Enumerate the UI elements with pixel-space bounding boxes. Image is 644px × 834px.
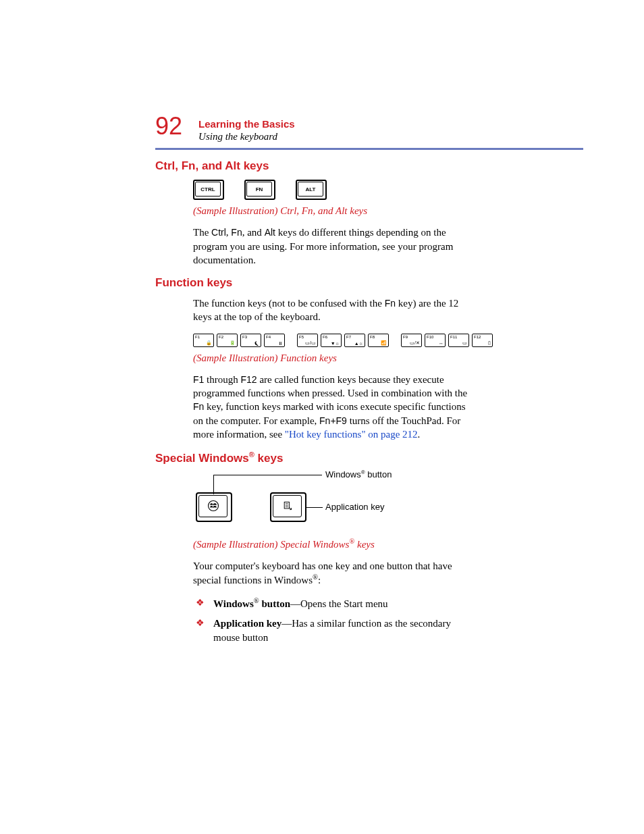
link-hot-key-functions[interactable]: "Hot key functions" on page 212 bbox=[285, 429, 418, 440]
keycap-windows bbox=[196, 492, 232, 522]
application-key-icon bbox=[282, 500, 293, 511]
para-function-intro: The function keys (not to be confused wi… bbox=[193, 296, 477, 324]
caption-windows-keys: (Sample Illustration) Special Windows® k… bbox=[193, 537, 477, 551]
header-rule bbox=[155, 148, 583, 150]
section-subtitle: Using the keyboard bbox=[198, 131, 295, 142]
keycap-alt: ALT bbox=[296, 180, 327, 200]
keycap-f8: F8📶 bbox=[368, 334, 389, 347]
function-keys-illustration: F1🔒 F2🔋 F3⏾ F4⏸ F5▭/▭ F6▼☼ F7▲☼ F8📶 F9▭/… bbox=[193, 334, 583, 347]
keycap-ctrl: CTRL bbox=[193, 180, 224, 200]
para-function-detail: F1 through F12 are called function keys … bbox=[193, 373, 477, 441]
keycap-application bbox=[270, 492, 306, 522]
keycap-f9: F9▭/✕ bbox=[401, 334, 422, 347]
windows-keys-illustration: Windows® button bbox=[196, 472, 583, 533]
heading-ctrl-fn-alt: Ctrl, Fn, and Alt keys bbox=[155, 159, 583, 173]
ctrl-fn-alt-illustration: CTRL FN ALT bbox=[193, 180, 583, 200]
keycap-f4: F4⏸ bbox=[264, 334, 285, 347]
keycap-f12: F12▯ bbox=[472, 334, 493, 347]
keycap-f11: F11▭ bbox=[448, 334, 469, 347]
para-windows-intro: Your computer's keyboard has one key and… bbox=[193, 559, 477, 588]
keycap-fn: FN bbox=[244, 180, 275, 200]
para-ctrl-fn-alt: The Ctrl, Fn, and Alt keys do different … bbox=[193, 226, 477, 267]
label-windows-button: Windows® button bbox=[325, 469, 392, 479]
caption-function-keys: (Sample Illustration) Function keys bbox=[193, 351, 477, 365]
chapter-title: Learning the Basics bbox=[198, 118, 295, 130]
bullet-windows-button: Windows® button—Opens the Start menu bbox=[193, 596, 477, 611]
keycap-f2: F2🔋 bbox=[217, 334, 238, 347]
bullet-application-key: Application key—Has a similar function a… bbox=[193, 617, 477, 645]
keycap-f1: F1🔒 bbox=[193, 334, 214, 347]
keycap-f3: F3⏾ bbox=[240, 334, 261, 347]
bullet-list: Windows® button—Opens the Start menu App… bbox=[193, 596, 477, 645]
label-application-key: Application key bbox=[325, 502, 384, 512]
page-number: 92 bbox=[155, 114, 182, 138]
svg-point-0 bbox=[208, 501, 218, 511]
keycap-f5: F5▭/▭ bbox=[297, 334, 318, 347]
windows-logo-icon bbox=[207, 500, 219, 512]
keycap-f10: F10↔ bbox=[425, 334, 446, 347]
page-header: 92 Learning the Basics Using the keyboar… bbox=[155, 118, 583, 142]
keycap-f7: F7▲☼ bbox=[344, 334, 365, 347]
caption-ctrl-fn-alt: (Sample Illustration) Ctrl, Fn, and Alt … bbox=[193, 204, 477, 217]
heading-function-keys: Function keys bbox=[155, 276, 583, 290]
heading-special-windows-keys: Special Windows® keys bbox=[155, 450, 583, 465]
keycap-f6: F6▼☼ bbox=[321, 334, 342, 347]
